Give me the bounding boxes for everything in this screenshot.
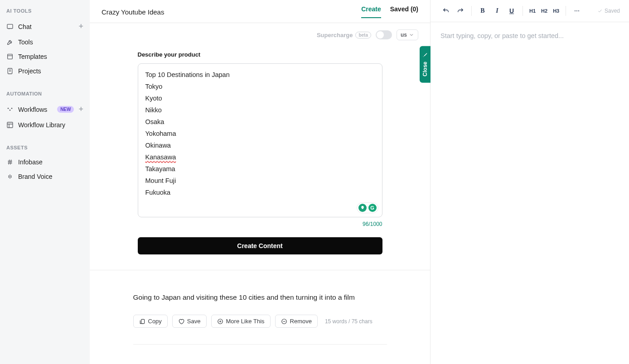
chip-label: Copy	[148, 318, 162, 325]
svg-rect-1	[8, 54, 13, 59]
describe-label: Describe your product	[138, 51, 382, 58]
language-selector[interactable]: us	[397, 29, 418, 40]
nav-label: Chat	[18, 23, 74, 30]
textarea-line: Kanasawa	[145, 153, 375, 161]
toolbar-separator	[523, 6, 523, 16]
h2-button[interactable]: H2	[539, 8, 549, 14]
plus-icon[interactable]: +	[78, 105, 83, 114]
form-toolbar: Supercharge beta us	[102, 23, 418, 51]
chip-label: More Like This	[226, 318, 265, 325]
language-code: us	[401, 32, 407, 38]
nav-label: Projects	[18, 67, 83, 75]
textarea-line: Tokyo	[145, 83, 375, 90]
svg-rect-7	[141, 319, 144, 323]
svg-point-3	[8, 108, 9, 109]
copy-button[interactable]: Copy	[133, 315, 168, 328]
svg-point-4	[10, 110, 11, 111]
char-count: 96/1000	[138, 221, 382, 227]
misspelled-word: Kanasawa	[145, 153, 176, 161]
nav-brand-voice[interactable]: Brand Voice	[0, 169, 90, 184]
nav-label: Workflows	[18, 106, 53, 113]
saved-label: Saved	[605, 8, 620, 14]
content-scroll[interactable]: Supercharge beta us Describe your produc…	[90, 23, 430, 364]
create-content-button[interactable]: Create Content	[138, 237, 382, 254]
supercharge-text: Supercharge	[317, 32, 353, 38]
svg-point-5	[11, 108, 13, 109]
sidebar: AI TOOLS Chat + Tools Templates Projects…	[0, 0, 90, 364]
beta-badge: beta	[355, 32, 371, 38]
workflow-icon	[6, 106, 14, 113]
editor-placeholder: Start typing, copy, or paste to get star…	[440, 32, 564, 39]
nav-tools[interactable]: Tools	[0, 35, 90, 49]
textarea-line: Takayama	[145, 165, 375, 172]
svg-point-12	[578, 10, 579, 11]
pencil-icon	[422, 53, 428, 58]
textarea-line: Nikko	[145, 106, 375, 114]
more-options-button[interactable]	[571, 5, 583, 17]
undo-button[interactable]	[440, 5, 452, 17]
nav-chat[interactable]: Chat +	[0, 18, 90, 35]
section-assets: ASSETS	[0, 145, 90, 155]
tab-create[interactable]: Create	[361, 5, 381, 18]
h1-button[interactable]: H1	[527, 8, 537, 14]
library-icon	[6, 121, 14, 129]
heart-icon	[178, 318, 184, 325]
textarea-line: Fukuoka	[145, 189, 375, 196]
redo-button[interactable]	[454, 5, 467, 17]
check-icon	[597, 8, 603, 14]
wrench-icon	[6, 38, 14, 46]
tab-saved[interactable]: Saved (0)	[390, 5, 418, 18]
chip-label: Remove	[290, 318, 312, 325]
more-like-this-button[interactable]: More Like This	[211, 315, 271, 328]
result-card: Going to Japan and visiting these 10 cit…	[133, 270, 387, 345]
result-card: My top 10 favorite places in Japan	[133, 345, 387, 364]
result-text: Going to Japan and visiting these 10 cit…	[133, 292, 387, 303]
chat-icon	[6, 23, 14, 30]
voice-icon	[6, 173, 14, 180]
supercharge-toggle[interactable]	[376, 30, 392, 39]
hash-icon	[6, 158, 14, 166]
chevron-down-icon	[409, 32, 414, 38]
result-meta: 15 words / 75 chars	[325, 318, 373, 325]
bulb-icon	[358, 204, 367, 212]
product-textarea[interactable]: Top 10 Destinations in Japan Tokyo Kyoto…	[138, 63, 382, 217]
svg-point-10	[575, 10, 576, 11]
nav-label: Workflow Library	[18, 121, 83, 129]
italic-button[interactable]: I	[491, 5, 503, 17]
header: Crazy Youtube Ideas Create Saved (0)	[90, 0, 430, 23]
main: Crazy Youtube Ideas Create Saved (0) Sup…	[90, 0, 629, 364]
svg-rect-0	[7, 24, 13, 28]
nav-infobase[interactable]: Infobase	[0, 155, 90, 169]
nav-workflows[interactable]: Workflows NEW +	[0, 101, 90, 118]
supercharge-label: Supercharge beta	[317, 32, 371, 38]
editor-panel: B I U H1 H2 H3 Saved Start typing, copy,…	[431, 0, 629, 364]
textarea-line: Kyoto	[145, 95, 375, 102]
textarea-line: Okinawa	[145, 142, 375, 149]
nav-templates[interactable]: Templates	[0, 49, 90, 64]
close-editor-tab[interactable]: Close	[420, 46, 431, 83]
nav-label: Templates	[18, 53, 83, 60]
nav-projects[interactable]: Projects	[0, 64, 90, 78]
new-badge: NEW	[57, 106, 74, 113]
grammarly-widget[interactable]: G	[357, 202, 378, 213]
bold-button[interactable]: B	[476, 5, 489, 17]
editor-toolbar: B I U H1 H2 H3 Saved	[431, 0, 629, 22]
toolbar-separator	[566, 6, 566, 16]
remove-button[interactable]: Remove	[275, 315, 318, 328]
section-ai-tools: AI TOOLS	[0, 8, 90, 18]
save-button[interactable]: Save	[172, 315, 207, 328]
section-automation: AUTOMATION	[0, 91, 90, 101]
h3-button[interactable]: H3	[551, 8, 561, 14]
editor-body[interactable]: Start typing, copy, or paste to get star…	[431, 22, 629, 49]
template-icon	[6, 53, 14, 60]
nav-workflow-library[interactable]: Workflow Library	[0, 118, 90, 132]
close-label: Close	[422, 62, 428, 77]
toolbar-separator	[471, 6, 472, 16]
plus-icon[interactable]: +	[78, 22, 83, 31]
page-title: Crazy Youtube Ideas	[102, 8, 361, 16]
form-area: Describe your product Top 10 Destination…	[138, 51, 382, 254]
textarea-line: Osaka	[145, 118, 375, 125]
textarea-line: Yokohama	[145, 130, 375, 137]
create-panel: Crazy Youtube Ideas Create Saved (0) Sup…	[90, 0, 431, 364]
underline-button[interactable]: U	[505, 5, 518, 17]
